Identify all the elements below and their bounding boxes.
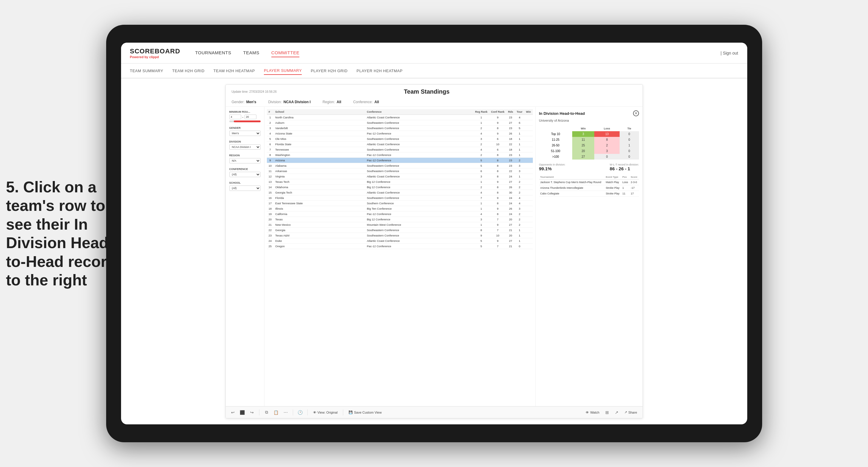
region-select[interactable]: N/A: [229, 158, 260, 163]
cell-conf-rank: 7: [489, 244, 506, 249]
paste-button[interactable]: 📋: [273, 409, 280, 416]
clock-button[interactable]: 🕐: [297, 409, 304, 416]
cell-tour: 1: [515, 136, 524, 142]
table-row[interactable]: 13 Texas Tech Big 12 Conference 1 9 27 2: [267, 179, 533, 185]
tour-th-pos: Pos: [621, 175, 629, 180]
view-original-button[interactable]: 👁 View: Original: [311, 410, 340, 415]
cell-tour: 1: [515, 233, 524, 238]
division-select[interactable]: NCAA Division I: [229, 144, 260, 150]
more-button[interactable]: ⋯: [282, 409, 289, 416]
save-custom-view-button[interactable]: 💾 Save Custom View: [347, 409, 383, 415]
redo-button[interactable]: ↪: [248, 409, 255, 416]
subnav-player-h2h-grid[interactable]: PLAYER H2H GRID: [311, 67, 348, 74]
cell-tour: 2: [515, 179, 524, 185]
cell-conf-rank: 7: [489, 217, 506, 222]
export-button[interactable]: ↗: [613, 409, 620, 416]
table-row[interactable]: 24 Duke Atlantic Coast Conference 5 9 27…: [267, 238, 533, 244]
table-row[interactable]: 16 Florida Southeastern Conference 7 9 2…: [267, 195, 533, 201]
filter-gender: Gender: Men's: [232, 100, 256, 104]
grid-button[interactable]: ⊞: [603, 409, 611, 416]
table-row[interactable]: 20 Texas Big 12 Conference 3 7 20 2: [267, 217, 533, 222]
undo-button[interactable]: ↩: [229, 409, 237, 416]
cell-conf-rank: 7: [489, 227, 506, 233]
table-row[interactable]: 25 Oregon Pac-12 Conference 5 7 21 0: [267, 244, 533, 249]
h2h-close-button[interactable]: ✕: [633, 110, 639, 116]
subnav-team-h2h-grid[interactable]: TEAM H2H GRID: [172, 67, 204, 74]
filter-range-rounds: -: [229, 115, 260, 119]
cell-conf-rank: 8: [489, 174, 506, 179]
cell-conference: Pac-12 Conference: [365, 244, 473, 249]
cell-conf-rank: 8: [489, 163, 506, 168]
table-row[interactable]: 12 Virginia Atlantic Coast Conference 3 …: [267, 174, 533, 179]
table-row[interactable]: 3 Vanderbilt Southeastern Conference 2 8…: [267, 126, 533, 131]
school-select[interactable]: (All): [229, 186, 260, 191]
cell-win: [524, 152, 532, 158]
cell-conf-rank: 9: [489, 179, 506, 185]
cell-rds: 27: [506, 238, 515, 244]
cell-conference: Atlantic Coast Conference: [365, 238, 473, 244]
cell-reg-rank: 5: [473, 163, 489, 168]
table-row[interactable]: 5 Ole Miss Southeastern Conference 3 6 1…: [267, 136, 533, 142]
subnav-player-summary[interactable]: PLAYER SUMMARY: [264, 67, 302, 75]
cell-rds: 20: [506, 217, 515, 222]
cell-rank: 20: [267, 217, 274, 222]
cell-school: Arizona State: [273, 131, 365, 136]
table-row[interactable]: 9 Arizona Pac-12 Conference 5 8 23 2: [267, 158, 533, 163]
table-row[interactable]: 11 Arkansas Southeastern Conference 6 8 …: [267, 168, 533, 174]
filter-group-school: School (All): [229, 181, 260, 191]
nav-teams[interactable]: TEAMS: [243, 49, 259, 57]
table-row[interactable]: 15 Georgia Tech Atlantic Coast Conferenc…: [267, 190, 533, 195]
cell-school: Georgia: [273, 227, 365, 233]
cell-conf-rank: 9: [489, 120, 506, 126]
cell-reg-rank: 4: [473, 131, 489, 136]
subnav-team-summary[interactable]: TEAM SUMMARY: [130, 67, 163, 74]
table-row[interactable]: 21 New Mexico Mountain West Conference 1…: [267, 222, 533, 227]
cell-school: Georgia Tech: [273, 190, 365, 195]
panel-body: Minimum Rou... -: [226, 107, 643, 406]
cell-conference: Southeastern Conference: [365, 233, 473, 238]
toolbar-sep1: [259, 409, 259, 415]
cell-rds: 26: [506, 185, 515, 190]
subnav-team-h2h-heatmap[interactable]: TEAM H2H HEATMAP: [214, 67, 255, 74]
cell-rank: 16: [267, 195, 274, 201]
table-row[interactable]: 18 Illinois Big Ten Conference 1 9 26 3: [267, 206, 533, 212]
subnav-player-h2h-heatmap[interactable]: PLAYER H2H HEATMAP: [356, 67, 403, 74]
conference-select[interactable]: (All): [229, 172, 260, 177]
table-row[interactable]: 10 Alabama Southeastern Conference 5 8 2…: [267, 163, 533, 168]
stop-button[interactable]: ⬛: [239, 409, 246, 416]
h2h-opponents-group: Opponents in division: 99.1%: [539, 163, 566, 171]
min-rounds-input-high[interactable]: [245, 115, 256, 119]
h2h-th-loss: Loss: [594, 126, 620, 131]
share-button[interactable]: ↗ Share: [623, 409, 639, 416]
cell-win: [524, 179, 532, 185]
sign-out-link[interactable]: | Sign out: [721, 51, 738, 56]
table-row[interactable]: 19 California Pac-12 Conference 4 8 24 2: [267, 212, 533, 217]
cell-conf-rank: 6: [489, 136, 506, 142]
cell-tour: 1: [515, 147, 524, 152]
cell-reg-rank: 1: [473, 206, 489, 212]
cell-rank: 18: [267, 206, 274, 212]
table-row[interactable]: 4 Arizona State Pac-12 Conference 4 9 26…: [267, 131, 533, 136]
nav-tournaments[interactable]: TOURNAMENTS: [195, 49, 231, 57]
min-rounds-input-low[interactable]: [229, 115, 241, 119]
table-row[interactable]: 14 Oklahoma Big 12 Conference 2 8 26 2: [267, 185, 533, 190]
table-row[interactable]: 7 Tennessee Southeastern Conference 4 6 …: [267, 147, 533, 152]
table-row[interactable]: 6 Florida State Atlantic Coast Conferenc…: [267, 142, 533, 147]
table-row[interactable]: 1 North Carolina Atlantic Coast Conferen…: [267, 115, 533, 120]
h2h-cell-loss: 13: [594, 131, 620, 137]
table-area: # School Conference Reg Rank Conf Rank R…: [265, 107, 535, 406]
gender-select[interactable]: Men's Women's: [229, 131, 260, 136]
table-row[interactable]: 17 East Tennessee State Southern Confere…: [267, 201, 533, 206]
table-row[interactable]: 2 Auburn Southeastern Conference 1 9 27 …: [267, 120, 533, 126]
cell-rds: 24: [506, 212, 515, 217]
cell-conference: Southeastern Conference: [365, 120, 473, 126]
cell-tour: 2: [515, 158, 524, 163]
watch-button[interactable]: 👁 Watch: [584, 409, 601, 416]
nav-committee[interactable]: COMMITTEE: [271, 49, 300, 57]
cell-conf-rank: 9: [489, 115, 506, 120]
cell-rds: 22: [506, 168, 515, 174]
table-row[interactable]: 23 Texas A&M Southeastern Conference 9 1…: [267, 233, 533, 238]
table-row[interactable]: 8 Washington Pac-12 Conference 2 8 23 1: [267, 152, 533, 158]
table-row[interactable]: 22 Georgia Southeastern Conference 8 7 2…: [267, 227, 533, 233]
copy-button[interactable]: ⧉: [263, 409, 270, 416]
